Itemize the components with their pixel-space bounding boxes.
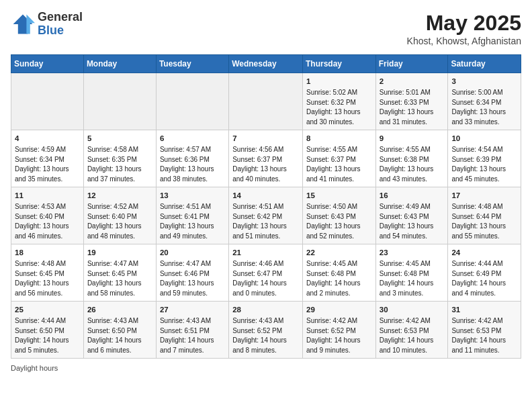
calendar-cell: 14Sunrise: 4:51 AMSunset: 6:42 PMDayligh… bbox=[229, 187, 303, 244]
day-number: 1 bbox=[306, 76, 372, 87]
calendar-cell: 21Sunrise: 4:46 AMSunset: 6:47 PMDayligh… bbox=[229, 244, 303, 302]
calendar-cell: 5Sunrise: 4:58 AMSunset: 6:35 PMDaylight… bbox=[83, 130, 156, 187]
day-info: Sunrise: 4:45 AMSunset: 6:48 PMDaylight:… bbox=[380, 259, 445, 298]
header-day-sunday: Sunday bbox=[11, 55, 84, 73]
title-block: May 2025 Khost, Khowst, Afghanistan bbox=[407, 11, 521, 46]
day-number: 24 bbox=[451, 247, 517, 258]
calendar-cell: 4Sunrise: 4:59 AMSunset: 6:34 PMDaylight… bbox=[11, 130, 84, 187]
day-info: Sunrise: 4:58 AMSunset: 6:35 PMDaylight:… bbox=[87, 145, 152, 184]
calendar-cell: 1Sunrise: 5:02 AMSunset: 6:32 PMDaylight… bbox=[302, 73, 375, 130]
day-info: Sunrise: 4:56 AMSunset: 6:37 PMDaylight:… bbox=[232, 145, 299, 184]
day-number: 4 bbox=[15, 133, 80, 144]
day-number: 15 bbox=[306, 190, 372, 201]
day-number: 16 bbox=[380, 190, 445, 201]
day-info: Sunrise: 4:55 AMSunset: 6:37 PMDaylight:… bbox=[306, 145, 372, 184]
day-number: 10 bbox=[451, 133, 517, 144]
calendar-cell: 20Sunrise: 4:47 AMSunset: 6:46 PMDayligh… bbox=[156, 244, 228, 302]
day-number: 20 bbox=[160, 247, 225, 258]
day-info: Sunrise: 4:43 AMSunset: 6:50 PMDaylight:… bbox=[87, 316, 152, 355]
day-number: 31 bbox=[451, 304, 517, 315]
day-number: 2 bbox=[380, 76, 445, 87]
logo-icon bbox=[11, 12, 35, 36]
calendar-cell: 30Sunrise: 4:42 AMSunset: 6:53 PMDayligh… bbox=[375, 302, 448, 359]
day-info: Sunrise: 4:47 AMSunset: 6:46 PMDaylight:… bbox=[160, 259, 225, 298]
calendar-cell: 8Sunrise: 4:55 AMSunset: 6:37 PMDaylight… bbox=[302, 130, 375, 187]
calendar-table: SundayMondayTuesdayWednesdayThursdayFrid… bbox=[11, 54, 521, 359]
day-number: 22 bbox=[306, 247, 372, 258]
day-info: Sunrise: 4:44 AMSunset: 6:49 PMDaylight:… bbox=[451, 259, 517, 298]
day-info: Sunrise: 4:49 AMSunset: 6:43 PMDaylight:… bbox=[380, 202, 445, 241]
day-number: 19 bbox=[87, 247, 152, 258]
day-info: Sunrise: 4:51 AMSunset: 6:42 PMDaylight:… bbox=[232, 202, 299, 241]
calendar-cell: 31Sunrise: 4:42 AMSunset: 6:53 PMDayligh… bbox=[448, 302, 521, 359]
calendar-week-1: 1Sunrise: 5:02 AMSunset: 6:32 PMDaylight… bbox=[11, 73, 521, 130]
logo: General Blue bbox=[11, 11, 83, 38]
logo-text: General Blue bbox=[38, 11, 83, 38]
day-number: 27 bbox=[160, 304, 225, 315]
calendar-cell: 19Sunrise: 4:47 AMSunset: 6:45 PMDayligh… bbox=[83, 244, 156, 302]
day-number: 21 bbox=[232, 247, 299, 258]
header-day-wednesday: Wednesday bbox=[229, 55, 303, 73]
page-header: General Blue May 2025 Khost, Khowst, Afg… bbox=[11, 11, 521, 46]
day-info: Sunrise: 4:44 AMSunset: 6:50 PMDaylight:… bbox=[15, 316, 80, 355]
calendar-cell: 6Sunrise: 4:57 AMSunset: 6:36 PMDaylight… bbox=[156, 130, 228, 187]
day-number: 8 bbox=[306, 133, 372, 144]
day-number: 29 bbox=[306, 304, 372, 315]
calendar-cell: 13Sunrise: 4:51 AMSunset: 6:41 PMDayligh… bbox=[156, 187, 228, 244]
calendar-cell: 2Sunrise: 5:01 AMSunset: 6:33 PMDaylight… bbox=[375, 73, 448, 130]
daylight-hours-label: Daylight hours bbox=[11, 364, 58, 372]
day-number: 30 bbox=[380, 304, 445, 315]
day-info: Sunrise: 4:45 AMSunset: 6:48 PMDaylight:… bbox=[306, 259, 372, 298]
day-info: Sunrise: 4:52 AMSunset: 6:40 PMDaylight:… bbox=[87, 202, 152, 241]
calendar-cell: 9Sunrise: 4:55 AMSunset: 6:38 PMDaylight… bbox=[375, 130, 448, 187]
calendar-cell: 18Sunrise: 4:48 AMSunset: 6:45 PMDayligh… bbox=[11, 244, 84, 302]
day-info: Sunrise: 4:48 AMSunset: 6:45 PMDaylight:… bbox=[15, 259, 80, 298]
header-day-thursday: Thursday bbox=[302, 55, 375, 73]
calendar-body: 1Sunrise: 5:02 AMSunset: 6:32 PMDaylight… bbox=[11, 73, 521, 359]
calendar-week-5: 25Sunrise: 4:44 AMSunset: 6:50 PMDayligh… bbox=[11, 302, 521, 359]
day-info: Sunrise: 4:42 AMSunset: 6:53 PMDaylight:… bbox=[451, 316, 517, 355]
day-info: Sunrise: 4:54 AMSunset: 6:39 PMDaylight:… bbox=[451, 145, 517, 184]
day-info: Sunrise: 4:50 AMSunset: 6:43 PMDaylight:… bbox=[306, 202, 372, 241]
calendar-cell bbox=[229, 73, 303, 130]
day-info: Sunrise: 4:51 AMSunset: 6:41 PMDaylight:… bbox=[160, 202, 225, 241]
header-row: SundayMondayTuesdayWednesdayThursdayFrid… bbox=[11, 55, 521, 73]
day-number: 9 bbox=[380, 133, 445, 144]
calendar-cell: 3Sunrise: 5:00 AMSunset: 6:34 PMDaylight… bbox=[448, 73, 521, 130]
day-number: 6 bbox=[160, 133, 225, 144]
day-info: Sunrise: 4:53 AMSunset: 6:40 PMDaylight:… bbox=[15, 202, 80, 241]
day-number: 12 bbox=[87, 190, 152, 201]
calendar-cell: 26Sunrise: 4:43 AMSunset: 6:50 PMDayligh… bbox=[83, 302, 156, 359]
day-info: Sunrise: 4:42 AMSunset: 6:53 PMDaylight:… bbox=[380, 316, 445, 355]
page-title: May 2025 bbox=[407, 11, 521, 36]
day-info: Sunrise: 5:00 AMSunset: 6:34 PMDaylight:… bbox=[451, 88, 517, 127]
calendar-cell: 25Sunrise: 4:44 AMSunset: 6:50 PMDayligh… bbox=[11, 302, 84, 359]
day-number: 3 bbox=[451, 76, 517, 87]
calendar-cell bbox=[83, 73, 156, 130]
day-number: 7 bbox=[232, 133, 299, 144]
calendar-cell: 12Sunrise: 4:52 AMSunset: 6:40 PMDayligh… bbox=[83, 187, 156, 244]
day-number: 17 bbox=[451, 190, 517, 201]
day-number: 13 bbox=[160, 190, 225, 201]
calendar-cell: 7Sunrise: 4:56 AMSunset: 6:37 PMDaylight… bbox=[229, 130, 303, 187]
day-info: Sunrise: 4:55 AMSunset: 6:38 PMDaylight:… bbox=[380, 145, 445, 184]
calendar-week-3: 11Sunrise: 4:53 AMSunset: 6:40 PMDayligh… bbox=[11, 187, 521, 244]
header-day-monday: Monday bbox=[83, 55, 156, 73]
day-number: 5 bbox=[87, 133, 152, 144]
day-info: Sunrise: 4:46 AMSunset: 6:47 PMDaylight:… bbox=[232, 259, 299, 298]
calendar-cell: 16Sunrise: 4:49 AMSunset: 6:43 PMDayligh… bbox=[375, 187, 448, 244]
calendar-cell: 28Sunrise: 4:43 AMSunset: 6:52 PMDayligh… bbox=[229, 302, 303, 359]
calendar-cell: 10Sunrise: 4:54 AMSunset: 6:39 PMDayligh… bbox=[448, 130, 521, 187]
calendar-cell: 17Sunrise: 4:48 AMSunset: 6:44 PMDayligh… bbox=[448, 187, 521, 244]
day-number: 14 bbox=[232, 190, 299, 201]
day-number: 28 bbox=[232, 304, 299, 315]
day-number: 18 bbox=[15, 247, 80, 258]
day-number: 23 bbox=[380, 247, 445, 258]
logo-general: General bbox=[38, 10, 83, 24]
header-day-saturday: Saturday bbox=[448, 55, 521, 73]
day-info: Sunrise: 5:01 AMSunset: 6:33 PMDaylight:… bbox=[380, 88, 445, 127]
calendar-cell: 27Sunrise: 4:43 AMSunset: 6:51 PMDayligh… bbox=[156, 302, 228, 359]
calendar-week-4: 18Sunrise: 4:48 AMSunset: 6:45 PMDayligh… bbox=[11, 244, 521, 302]
calendar-cell: 23Sunrise: 4:45 AMSunset: 6:48 PMDayligh… bbox=[375, 244, 448, 302]
header-day-tuesday: Tuesday bbox=[156, 55, 228, 73]
